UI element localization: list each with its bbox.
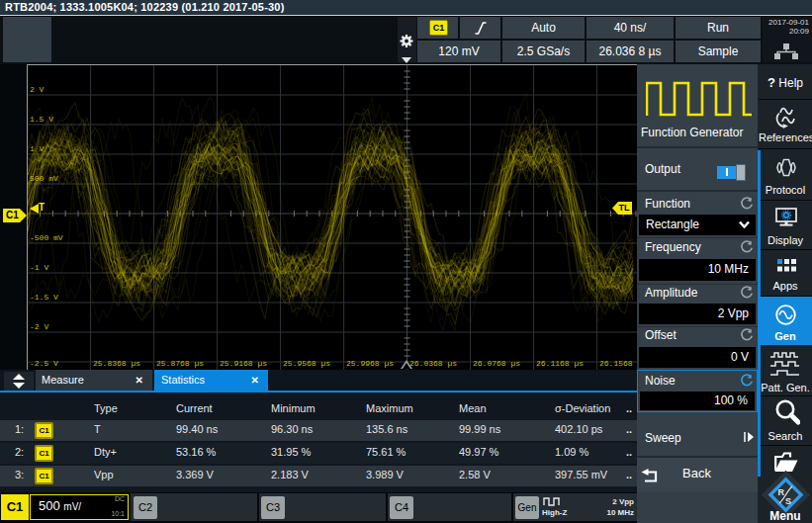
svg-text:R: R [778, 487, 785, 497]
svg-text:S: S [785, 496, 791, 506]
